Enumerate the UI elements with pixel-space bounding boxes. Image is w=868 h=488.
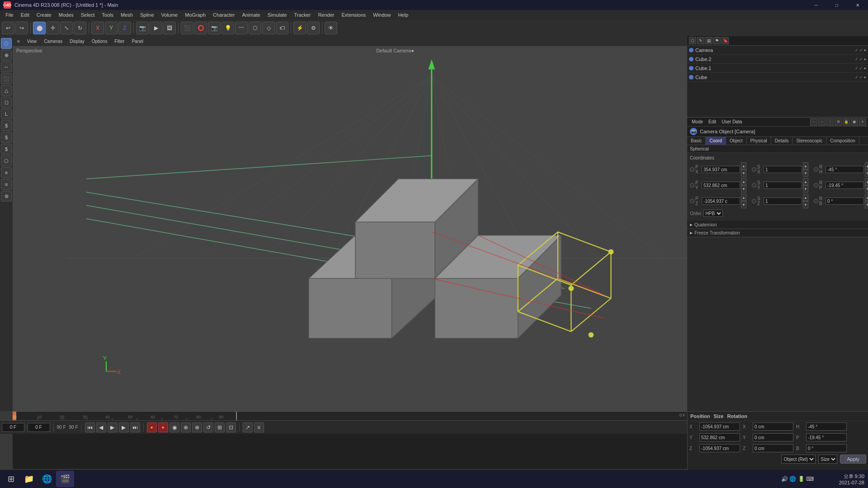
menu-item-spline[interactable]: Spline — [137, 10, 158, 20]
obj-vis-icon-1[interactable]: ✓ — [855, 57, 859, 61]
taskbar-files-button[interactable]: 📁 — [20, 471, 38, 487]
left-tool-8[interactable]: $ — [1, 120, 12, 131]
pz-spin-down[interactable]: ▼ — [741, 201, 746, 208]
play-button[interactable]: ▶ — [108, 422, 118, 432]
vp-menu-cameras[interactable]: Cameras — [41, 38, 65, 45]
object-item-0[interactable]: Camera ✓ ✓ ● — [687, 46, 868, 55]
snap-settings-button[interactable]: ⚙ — [307, 22, 320, 34]
timeline-key-button[interactable]: ◉ — [170, 422, 179, 432]
live-select-button[interactable]: ⬤ — [33, 22, 46, 34]
prop-icon-7[interactable]: ≡ — [859, 118, 866, 126]
viewport-solo-button[interactable]: 👁 — [325, 22, 337, 34]
z-size-input[interactable] — [753, 444, 793, 452]
next-frame-button[interactable]: ▶ — [119, 422, 129, 432]
menu-item-volume[interactable]: Volume — [158, 10, 182, 20]
obj-lock-icon-1[interactable]: ● — [864, 57, 866, 61]
prop-tab-details[interactable]: Details — [771, 137, 793, 145]
freeze-section[interactable]: ▶ Freeze Transformation — [687, 229, 868, 237]
obj-vis-icon-2[interactable]: ✓ — [855, 66, 859, 70]
menu-item-simulate[interactable]: Simulate — [264, 10, 291, 20]
obj-vis-icon-3[interactable]: ✓ — [855, 75, 859, 80]
prop-tab-object[interactable]: Object — [726, 137, 747, 145]
coord-system-select[interactable]: Object (Rel) — [781, 455, 816, 464]
vp-menu-filter[interactable]: Filter — [112, 38, 127, 45]
sz-input[interactable] — [764, 197, 802, 205]
deformer-tool-button[interactable]: ⬡ — [249, 22, 261, 34]
sx-input[interactable] — [764, 166, 802, 173]
prop-icon-3[interactable]: ↑ — [826, 118, 834, 126]
sz-spin-up[interactable]: ▲ — [803, 194, 808, 201]
menu-item-file[interactable]: File — [2, 10, 17, 20]
snap-tool-button[interactable]: ⚡ — [293, 22, 306, 34]
px-spin-down[interactable]: ▼ — [741, 169, 746, 177]
rb-input[interactable] — [826, 197, 864, 205]
quaternion-section[interactable]: ▶ Quaternion — [687, 221, 868, 229]
sx-spin-up[interactable]: ▲ — [803, 162, 808, 169]
menu-item-help[interactable]: Help — [394, 10, 412, 20]
obj-lock-icon-3[interactable]: ● — [864, 75, 866, 80]
x-axis-button[interactable]: X — [91, 22, 104, 34]
render-view-button[interactable]: ▶ — [150, 22, 162, 34]
spline-tool-button[interactable]: 〰 — [235, 22, 248, 34]
x-pos-input[interactable] — [699, 422, 740, 431]
timeline-key3-button[interactable]: ⊗ — [192, 422, 202, 432]
undo-button[interactable]: ↩ — [2, 22, 14, 34]
left-tool-12[interactable]: ≡ — [1, 167, 12, 178]
material-tool-button[interactable]: ◇ — [262, 22, 275, 34]
menu-item-mograph[interactable]: MoGraph — [181, 10, 209, 20]
prop-mode-button[interactable]: Mode — [689, 118, 706, 125]
vp-menu-view[interactable]: View — [24, 38, 40, 45]
prop-edit-button[interactable]: Edit — [706, 118, 719, 125]
menu-item-create[interactable]: Create — [33, 10, 55, 20]
taskbar-start-button[interactable]: ⊞ — [2, 471, 20, 487]
y-axis-button[interactable]: Y — [105, 22, 118, 34]
timeline-key4-button[interactable]: ↺ — [203, 422, 213, 432]
left-tool-14[interactable]: ⊚ — [1, 191, 12, 202]
b-rot-input[interactable] — [806, 444, 847, 452]
go-to-end-button[interactable]: ⏭ — [130, 422, 140, 432]
rh-spin-up[interactable]: ▲ — [865, 162, 868, 169]
prop-tab-basic[interactable]: Basic — [687, 137, 706, 145]
left-tool-5[interactable]: △ — [1, 85, 12, 96]
close-button[interactable]: ✕ — [847, 0, 868, 10]
tag-tool-button[interactable]: 🏷 — [276, 22, 288, 34]
py-spin-down[interactable]: ▼ — [741, 185, 746, 192]
menu-item-tools[interactable]: Tools — [98, 10, 117, 20]
maximize-button[interactable]: □ — [826, 0, 847, 10]
obj-lock-icon-2[interactable]: ● — [864, 66, 866, 70]
menu-item-select[interactable]: Select — [77, 10, 99, 20]
light-tool-button[interactable]: 💡 — [222, 22, 234, 34]
timeline-motion2-button[interactable]: ≡ — [254, 422, 264, 432]
rb-spin-up[interactable]: ▲ — [865, 194, 868, 201]
left-tool-7[interactable]: L — [1, 108, 12, 119]
py-spin-up[interactable]: ▲ — [741, 178, 746, 185]
menu-item-render[interactable]: Render — [314, 10, 338, 20]
z-axis-button[interactable]: Z — [118, 22, 131, 34]
prop-icon-6[interactable]: ▣ — [851, 118, 858, 126]
rh-spin-down[interactable]: ▼ — [865, 169, 868, 177]
px-spin-up[interactable]: ▲ — [741, 162, 746, 169]
taskbar-cinema4d-button[interactable]: 🎬 — [56, 471, 74, 487]
rp-spin-down[interactable]: ▼ — [865, 185, 868, 192]
py-radio[interactable] — [690, 183, 694, 188]
x-size-input[interactable] — [753, 422, 793, 431]
go-to-start-button[interactable]: ⏮ — [85, 422, 95, 432]
menu-item-animate[interactable]: Animate — [238, 10, 264, 20]
prop-icon-5[interactable]: 🔒 — [843, 118, 850, 126]
prev-frame-button[interactable]: ◀ — [96, 422, 106, 432]
prop-tab-stereoscopic[interactable]: Stereoscopic — [793, 137, 826, 145]
vp-menu-options[interactable]: Options — [89, 38, 110, 45]
rh-input[interactable] — [826, 166, 864, 173]
obj-render-icon-2[interactable]: ✓ — [859, 66, 863, 70]
left-tool-1[interactable]: ⬡ — [1, 38, 12, 49]
prop-user-data-button[interactable]: User Data — [719, 118, 745, 125]
sz-radio[interactable] — [752, 199, 756, 203]
obj-render-icon-0[interactable]: ✓ — [859, 48, 863, 52]
size-mode-select[interactable]: Size — [818, 455, 837, 464]
render-region-button[interactable]: 📷 — [136, 22, 149, 34]
p-rot-input[interactable] — [806, 433, 847, 441]
pz-input[interactable] — [702, 197, 740, 205]
menu-item-modes[interactable]: Modes — [55, 10, 77, 20]
prop-icon-2[interactable]: → — [818, 118, 826, 126]
left-tool-6[interactable]: ◻ — [1, 97, 12, 108]
